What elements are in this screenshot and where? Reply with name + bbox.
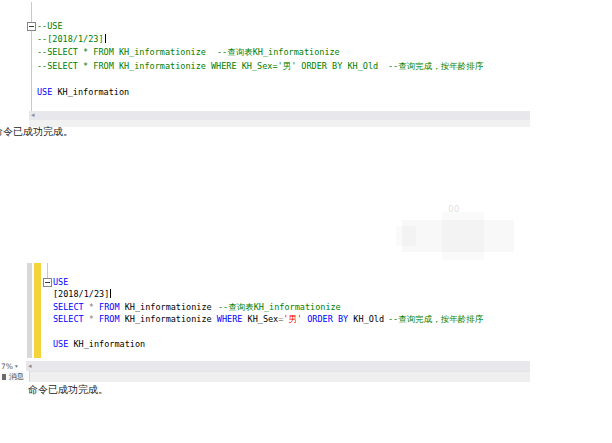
code-line[interactable]: SELECT * FROM KH_informationize WHERE KH… (53, 313, 384, 325)
code-token: SELECT (53, 302, 84, 312)
code-token: --查询表KH_informationize (218, 301, 341, 313)
code-token: --SELECT * FROM KH_informationize WHERE … (37, 61, 378, 71)
collapse-minus-icon[interactable] (43, 278, 52, 287)
tab-messages[interactable]: 消息 (0, 371, 30, 382)
tab-messages-label: 消息 (9, 371, 24, 382)
code-token: FROM (99, 314, 119, 324)
code-token: USE (53, 277, 68, 287)
results-tab-strip (0, 371, 530, 382)
code-area-bottom[interactable]: USE[2018/1/23]SELECT * FROM KH_informati… (53, 276, 384, 350)
code-token: KH_informationize (120, 302, 212, 312)
code-line[interactable]: --USE (37, 20, 378, 33)
code-token: --查询完成，按年龄排序 (388, 60, 483, 73)
code-line[interactable] (37, 73, 378, 86)
code-line[interactable] (53, 326, 384, 338)
code-token: --SELECT * FROM KH_informationize (37, 47, 206, 57)
watermark-blob (442, 212, 484, 260)
code-line[interactable]: SELECT * FROM KH_informationize--查询表KH_i… (53, 301, 384, 313)
horizontal-scrollbar-bottom[interactable]: ◂ (26, 361, 530, 371)
status-message-bottom: 命令已成功完成。 (28, 383, 108, 397)
changed-lines-indicator (34, 263, 41, 358)
tab-strip-top (29, 120, 530, 127)
scroll-left-icon[interactable]: ◂ (31, 111, 35, 120)
code-line[interactable]: --[2018/1/23] (37, 33, 378, 46)
code-line[interactable]: USE KH_information (53, 338, 384, 350)
code-token: '男' (283, 314, 302, 324)
collapse-minus-icon[interactable] (27, 22, 36, 31)
code-token: USE (53, 339, 68, 349)
code-token: ORDER BY (307, 314, 348, 324)
code-token: SELECT (53, 314, 84, 324)
code-token: --查询表KH_informationize (217, 46, 340, 59)
code-token: KH_informationize (120, 314, 217, 324)
messages-icon (2, 374, 6, 380)
code-line[interactable]: [2018/1/23] (53, 288, 384, 300)
outline-guide-line (47, 263, 48, 278)
chevron-down-icon: ▾ (15, 363, 18, 369)
status-message-top: 命令已成功完成。 (0, 125, 73, 139)
margin-divider-bar (27, 263, 32, 358)
zoom-level-control[interactable]: 7%▾ (1, 361, 18, 371)
code-token: KH_information (52, 87, 129, 97)
code-line[interactable]: --SELECT * FROM KH_informationize WHERE … (37, 60, 378, 73)
watermark: 00 (402, 212, 514, 260)
code-token: USE (37, 87, 52, 97)
code-token: [2018/1/23] (53, 289, 109, 299)
code-token: --USE (37, 21, 63, 31)
outline-guide-line (31, 2, 32, 111)
scroll-left-icon[interactable]: ◂ (28, 361, 32, 371)
code-token: KH_Sex (242, 314, 278, 324)
code-area-top[interactable]: --USE--[2018/1/23]--SELECT * FROM KH_inf… (37, 20, 378, 99)
text-cursor (110, 289, 111, 298)
horizontal-scrollbar-top[interactable]: ◂ (29, 111, 530, 120)
screenshot-root: --USE--[2018/1/23]--SELECT * FROM KH_inf… (0, 0, 612, 443)
code-token: KH_information (68, 339, 145, 349)
zoom-level-value: 7% (1, 362, 13, 371)
code-token: FROM (99, 302, 119, 312)
code-token: WHERE (217, 314, 243, 324)
code-token: --查询完成，按年龄排序 (388, 313, 483, 325)
code-line[interactable]: --SELECT * FROM KH_informationize--查询表KH… (37, 46, 378, 59)
code-line[interactable]: USE KH_information (37, 86, 378, 99)
watermark-text: 00 (448, 204, 459, 214)
code-token: --[2018/1/23] (37, 34, 104, 44)
watermark-blob (396, 226, 416, 246)
code-token: KH_Old (348, 314, 384, 324)
code-line[interactable]: USE (53, 276, 384, 288)
text-cursor (105, 34, 106, 43)
